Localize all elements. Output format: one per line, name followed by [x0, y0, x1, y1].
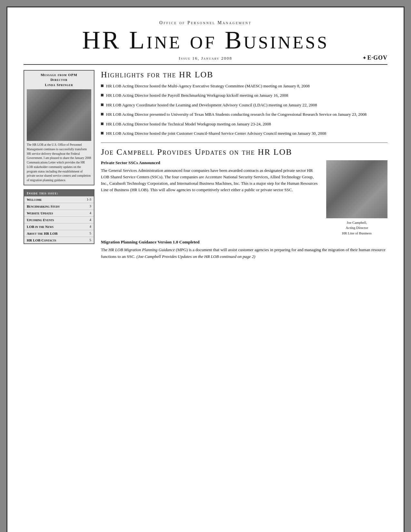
toc-page: 4: [80, 216, 94, 223]
joe-campbell-photo: [326, 160, 387, 218]
highlight-item: HR LOB Acting Director hosted the joint …: [101, 130, 387, 137]
toc-row: HR LOB Contacts5: [24, 237, 94, 243]
highlight-text: HR LOB Acting Director presented to Univ…: [106, 111, 367, 118]
joe-photo-column: Joe Campbell, Acting Director HR Line of…: [326, 160, 387, 236]
opm-director-title: Message from OPMDirectorLinda Springer: [27, 73, 91, 87]
toc-row: About the HR LOB5: [24, 230, 94, 237]
linda-springer-photo: [27, 89, 91, 141]
toc-box: Inside this issue: Welcome1-3Benchmarkin…: [24, 189, 94, 244]
toc-row: Upcoming Events4: [24, 216, 94, 223]
joe-top: Private Sector SSCs Announced The Genera…: [101, 160, 387, 236]
toc-page: 5: [80, 237, 94, 243]
opm-director-text: The HR LOB at the U.S. Office of Personn…: [27, 143, 91, 183]
joe-caption: Joe Campbell, Acting Director HR Line of…: [342, 220, 372, 236]
highlight-text: HR LOB Agency Coordinator hosted the Lea…: [106, 102, 317, 108]
sidebar: Message from OPMDirectorLinda Springer T…: [24, 70, 94, 263]
highlights-section: Highlights for the HR LOB HR LOB Acting …: [101, 70, 387, 137]
toc-row: LOB in the News4: [24, 223, 94, 230]
toc-label: About the HR LOB: [24, 230, 80, 237]
bullet-icon: [101, 84, 103, 87]
bullet-icon: [101, 103, 103, 106]
toc-row: Website Updates4: [24, 210, 94, 216]
toc-label: LOB in the News: [24, 223, 80, 230]
highlight-item: HR LOB Acting Director hosted the Payrol…: [101, 92, 387, 99]
toc-page: 5: [80, 230, 94, 237]
migration-title: Migration Planning Guidance Version 1.0 …: [101, 240, 387, 245]
page: Office of Personnel Management HR Line o…: [6, 6, 405, 532]
section-divider: [101, 143, 387, 143]
private-ssc-text: The General Services Administration anno…: [101, 167, 321, 193]
joe-section: Joe Campbell Provides Updates on the HR …: [101, 147, 387, 263]
migration-text: The HR LOB Migration Planning Guidance (…: [101, 247, 387, 260]
main-content: Highlights for the HR LOB HR LOB Acting …: [101, 70, 387, 263]
egov-star-icon: ✦: [362, 55, 367, 61]
toc-label: Benchmarking Study: [24, 203, 80, 210]
highlight-item: HR LOB Acting Director presented to Univ…: [101, 111, 387, 118]
opm-director-box: Message from OPMDirectorLinda Springer T…: [24, 70, 94, 185]
toc-label: Upcoming Events: [24, 216, 80, 223]
joe-section-title: Joe Campbell Provides Updates on the HR …: [101, 147, 387, 157]
toc-row: Welcome1-3: [24, 196, 94, 203]
toc-label: Welcome: [24, 196, 80, 203]
toc-page: 4: [80, 223, 94, 230]
highlight-text: HR LOB Acting Director hosted the Payrol…: [106, 92, 288, 99]
highlight-item: HR LOB Acting Director hosted the Techni…: [101, 121, 387, 127]
page-title: HR Line of Business: [24, 27, 387, 53]
joe-text-column: Private Sector SSCs Announced The Genera…: [101, 160, 321, 236]
private-ssc-title: Private Sector SSCs Announced: [101, 160, 321, 165]
agency-name: Office of Personnel Management: [24, 20, 387, 25]
page-header: Office of Personnel Management HR Line o…: [24, 20, 387, 65]
highlight-text: HR LOB Acting Director hosted the joint …: [106, 130, 326, 137]
toc-page: 3: [80, 203, 94, 210]
bullet-icon: [101, 123, 103, 125]
bullet-icon: [101, 94, 103, 96]
issue-line: Issue 16, January 2008 ✦ E·GOV: [24, 56, 387, 61]
highlight-text: HR LOB Acting Director hosted the Techni…: [106, 121, 271, 127]
bullet-icon: [101, 132, 103, 134]
toc-table: Welcome1-3Benchmarking Study3Website Upd…: [24, 196, 94, 243]
toc-row: Benchmarking Study3: [24, 203, 94, 210]
bullet-icon: [101, 113, 103, 115]
issue-number: Issue 16, January 2008: [179, 56, 232, 61]
highlights-title: Highlights for the HR LOB: [101, 70, 387, 80]
highlight-item: HR LOB Agency Coordinator hosted the Lea…: [101, 102, 387, 108]
content-area: Message from OPMDirectorLinda Springer T…: [24, 70, 387, 263]
egov-badge: ✦ E·GOV: [362, 54, 387, 61]
highlights-list: HR LOB Acting Director hosted the Multi-…: [101, 83, 387, 137]
highlight-text: HR LOB Acting Director hosted the Multi-…: [106, 83, 310, 89]
toc-label: HR LOB Contacts: [24, 237, 80, 243]
highlight-item: HR LOB Acting Director hosted the Multi-…: [101, 83, 387, 89]
toc-label: Website Updates: [24, 210, 80, 216]
egov-label: E·GOV: [367, 54, 387, 61]
toc-page: 1-3: [80, 196, 94, 203]
toc-page: 4: [80, 210, 94, 216]
toc-header: Inside this issue:: [24, 190, 94, 196]
